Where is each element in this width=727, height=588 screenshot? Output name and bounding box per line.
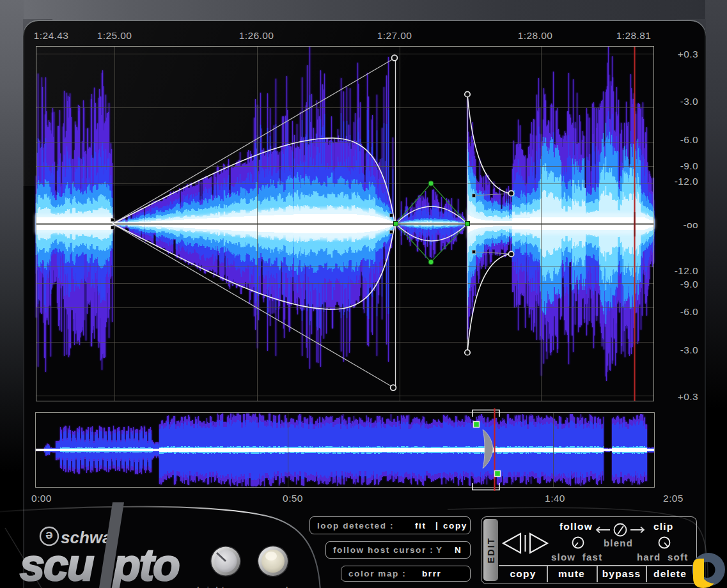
svg-text:pto: pto xyxy=(112,540,179,588)
svg-text:scu: scu xyxy=(20,540,94,588)
